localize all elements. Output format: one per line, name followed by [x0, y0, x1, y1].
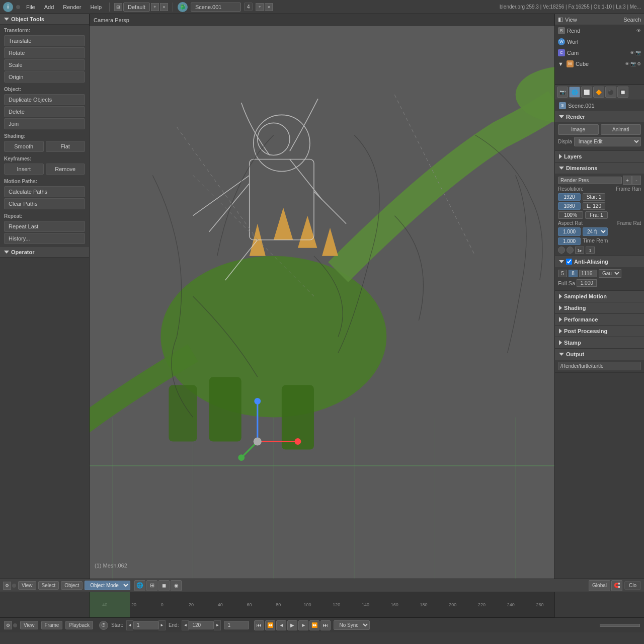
- output-section-header[interactable]: Output: [555, 349, 644, 360]
- close-workspace-btn[interactable]: ×: [160, 3, 168, 11]
- menu-render[interactable]: Render: [60, 3, 84, 11]
- start-input[interactable]: [583, 193, 605, 201]
- viewport-wire-icon[interactable]: ⊞: [146, 580, 157, 591]
- small-circle-btn1[interactable]: [558, 247, 565, 254]
- rotate-btn[interactable]: Rotate: [4, 47, 85, 58]
- cube-eye-icon[interactable]: 👁: [625, 61, 629, 66]
- search-btn[interactable]: Search: [623, 17, 641, 23]
- aa-samples[interactable]: [579, 270, 597, 277]
- cube-extra-icon[interactable]: ⚙: [637, 61, 641, 66]
- remove-btn[interactable]: Remove: [46, 164, 86, 175]
- frame-input[interactable]: [585, 211, 608, 219]
- smooth-btn[interactable]: Smooth: [4, 141, 44, 152]
- bottom-icon1[interactable]: ⚙: [3, 582, 11, 590]
- props-icon-mesh[interactable]: 🔶: [593, 87, 604, 98]
- mode-select[interactable]: Object Mode: [85, 581, 130, 590]
- play-btn[interactable]: ▶: [287, 620, 297, 630]
- fps-select[interactable]: 24 fps: [583, 227, 608, 236]
- output-path-input[interactable]: [558, 362, 641, 370]
- viewport-solid-icon[interactable]: ◼: [158, 580, 170, 591]
- frame-end-btn[interactable]: 1: [586, 247, 595, 254]
- origin-btn[interactable]: Origin: [4, 71, 85, 83]
- repeat-last-btn[interactable]: Repeat Last: [4, 221, 85, 232]
- snap-magnet-icon[interactable]: 🧲: [611, 580, 622, 591]
- eye-icon[interactable]: 👁: [636, 28, 641, 33]
- end-decrement-btn[interactable]: ◄: [182, 620, 189, 630]
- props-icon-material[interactable]: ⚫: [605, 87, 616, 98]
- clear-paths-btn[interactable]: Clear Paths: [4, 198, 85, 209]
- aa-section-header[interactable]: Anti-Aliasing: [555, 256, 644, 267]
- shading-props-header[interactable]: Shading: [555, 302, 644, 313]
- close-viewport-btn[interactable]: Clo: [624, 581, 641, 590]
- end-input[interactable]: [583, 202, 605, 210]
- aspect-x-input[interactable]: [558, 227, 581, 236]
- global-btn[interactable]: Global: [589, 580, 610, 591]
- preset-remove-btn[interactable]: -: [632, 176, 641, 185]
- viewport[interactable]: Camera Persp +: [90, 14, 554, 579]
- preset-input[interactable]: [558, 177, 622, 184]
- prev-keyframe-btn[interactable]: ⏪: [265, 620, 275, 630]
- percent-input[interactable]: [558, 211, 583, 219]
- aa-num2[interactable]: [569, 270, 578, 277]
- add-workspace-btn[interactable]: +: [151, 3, 159, 11]
- layers-section-header[interactable]: Layers: [555, 151, 644, 162]
- props-icon-scene[interactable]: 🌐: [569, 87, 580, 98]
- render-section-header[interactable]: Render: [555, 111, 644, 122]
- view-btn[interactable]: View: [565, 17, 577, 23]
- menu-file[interactable]: File: [23, 3, 38, 11]
- flat-btn[interactable]: Flat: [46, 141, 86, 152]
- calculate-paths-btn[interactable]: Calculate Paths: [4, 186, 85, 197]
- frame-1-btn[interactable]: 1▸: [575, 247, 584, 254]
- menu-help[interactable]: Help: [87, 3, 105, 11]
- timeline-main[interactable]: -40 -20 0 20 40 60 80 100 120 140 160 18…: [90, 592, 554, 617]
- props-icon-object[interactable]: ⬜: [581, 87, 592, 98]
- end-field[interactable]: [189, 621, 214, 629]
- props-icon-render[interactable]: 📷: [557, 87, 568, 98]
- jump-start-btn[interactable]: ⏮: [254, 620, 264, 630]
- sampled-motion-header[interactable]: Sampled Motion: [555, 291, 644, 302]
- insert-btn[interactable]: Insert: [4, 164, 44, 175]
- scene-selector[interactable]: Scene.001: [191, 3, 241, 12]
- render-image-btn[interactable]: Image: [558, 124, 599, 135]
- duplicate-objects-btn[interactable]: Duplicate Objects: [4, 94, 85, 105]
- width-input[interactable]: [558, 193, 581, 201]
- current-frame-field[interactable]: [224, 621, 249, 629]
- viewport-shading-icon[interactable]: 🌐: [134, 580, 145, 591]
- next-frame-btn[interactable]: ►: [298, 620, 308, 630]
- displa-select[interactable]: Image Edit: [574, 137, 641, 146]
- aa-checkbox[interactable]: [566, 259, 572, 265]
- start-increment-btn[interactable]: ►: [158, 620, 166, 630]
- aa-num1[interactable]: [558, 270, 567, 277]
- performance-header[interactable]: Performance: [555, 314, 644, 325]
- cube-render-icon[interactable]: 📷: [630, 61, 636, 66]
- start-field[interactable]: [133, 621, 158, 629]
- playback-playback-btn[interactable]: Playback: [65, 621, 93, 629]
- outliner-item-render[interactable]: R Rend 👁: [555, 25, 644, 36]
- aa-filter-select[interactable]: Gaussi: [599, 269, 621, 278]
- bottom-object-btn[interactable]: Object: [61, 581, 83, 590]
- outliner-item-cube[interactable]: ▼ M Cube 👁 📷 ⚙: [555, 58, 644, 69]
- sync-select[interactable]: No Sync: [334, 620, 370, 630]
- height-input[interactable]: [558, 202, 581, 210]
- post-processing-header[interactable]: Post Processing: [555, 326, 644, 337]
- bottom-select-btn[interactable]: Select: [38, 581, 59, 590]
- full-sa-val[interactable]: [577, 279, 597, 287]
- preset-add-btn[interactable]: +: [623, 176, 632, 185]
- playback-frame-btn[interactable]: Frame: [41, 621, 63, 629]
- dimensions-section-header[interactable]: Dimensions: [555, 163, 644, 174]
- history-btn[interactable]: History...: [4, 233, 85, 244]
- viewport-render-icon[interactable]: ◉: [171, 580, 182, 591]
- translate-btn[interactable]: Translate: [4, 35, 85, 46]
- scale-btn[interactable]: Scale: [4, 59, 85, 70]
- delete-btn[interactable]: Delete: [4, 106, 85, 117]
- menu-add[interactable]: Add: [41, 3, 57, 11]
- outliner-item-camera[interactable]: C Cam 👁 📷: [555, 47, 644, 58]
- stamp-header[interactable]: Stamp: [555, 337, 644, 348]
- workspace-selector[interactable]: Default: [123, 3, 150, 12]
- close-scene-btn[interactable]: ×: [265, 3, 273, 11]
- props-icon-texture[interactable]: 🔲: [617, 87, 628, 98]
- outliner-item-world[interactable]: W Worl: [555, 36, 644, 47]
- bottom-view-btn[interactable]: View: [18, 581, 36, 590]
- prev-frame-btn[interactable]: ◄: [276, 620, 286, 630]
- small-circle-btn2[interactable]: [567, 247, 574, 254]
